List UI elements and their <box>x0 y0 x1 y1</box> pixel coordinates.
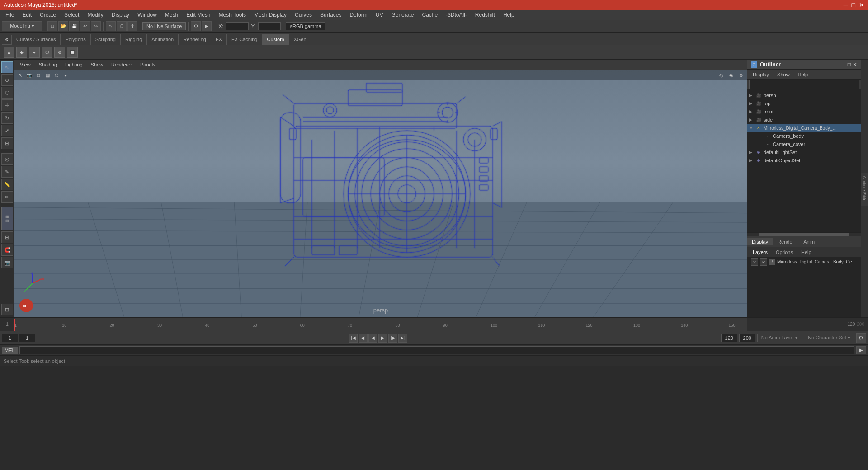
out-menu-show[interactable]: Show <box>774 71 793 78</box>
menu-curves[interactable]: Curves <box>291 11 316 19</box>
universal-tool[interactable]: ⊞ <box>1 137 13 149</box>
maximize-button[interactable]: □ <box>852 1 855 9</box>
menu-create[interactable]: Create <box>36 11 60 19</box>
vp-shaded-btn[interactable]: ● <box>61 71 70 79</box>
vp-resolution-btn[interactable]: ⊕ <box>737 71 745 79</box>
window-controls[interactable]: ─ □ ✕ <box>844 1 864 9</box>
shelf-tab-rigging[interactable]: Rigging <box>121 34 147 45</box>
snap-tool[interactable]: 🧲 <box>1 244 13 256</box>
menu-edit[interactable]: Edit <box>19 11 35 19</box>
shelf-tab-polygons[interactable]: Polygons <box>61 34 90 45</box>
shelf-tab-fx-caching[interactable]: FX Caching <box>227 34 262 45</box>
expand-persp[interactable]: ▶ <box>749 93 755 98</box>
vp-xray-btn[interactable]: ◎ <box>717 71 725 79</box>
menu-mesh[interactable]: Mesh <box>161 11 182 19</box>
quick-layout[interactable]: ⊞ <box>1 304 13 315</box>
shelf-tab-sculpting[interactable]: Sculpting <box>91 34 121 45</box>
save-btn[interactable]: 💾 <box>69 21 79 31</box>
menu-mesh-display[interactable]: Mesh Display <box>250 11 290 19</box>
vp-menu-shading[interactable]: Shading <box>35 61 61 68</box>
menu-select[interactable]: Select <box>61 11 83 19</box>
select-tool-btn[interactable]: ↖ <box>106 21 116 31</box>
outliner-close[interactable]: ✕ <box>853 61 857 68</box>
tree-item-default-light-set[interactable]: ▶ ⊕ defaultLightSet <box>747 148 861 156</box>
vp-toggle2[interactable]: ▦ <box>43 71 52 79</box>
paint-select-tool[interactable]: ⊕ <box>1 74 13 86</box>
menu-3dto-all[interactable]: -3DtoAll- <box>442 11 471 19</box>
close-button[interactable]: ✕ <box>859 1 864 9</box>
current-frame-input[interactable]: 1 <box>19 334 35 342</box>
tree-item-persp[interactable]: ▶ 🎥 persp <box>747 91 861 99</box>
shelf-tab-fx[interactable]: FX <box>211 34 227 45</box>
vp-menu-view[interactable]: View <box>16 61 34 68</box>
coord-x-input[interactable]: 0.00 <box>226 22 249 30</box>
scale-tool[interactable]: ⤢ <box>1 125 13 136</box>
mel-input[interactable] <box>19 346 854 354</box>
expand-top[interactable]: ▶ <box>749 101 755 106</box>
attr-tab-label[interactable]: Attribute Editor <box>861 173 868 206</box>
vp-menu-panels[interactable]: Panels <box>137 61 159 68</box>
character-set-selector[interactable]: No Character Set ▾ <box>804 334 854 342</box>
layer-row-mirrorless[interactable]: V P / Mirrorless_Digital_Camera_Body_Gen… <box>747 257 861 267</box>
redo-btn[interactable]: ↪ <box>91 21 101 31</box>
shelf-tab-rendering[interactable]: Rendering <box>179 34 211 45</box>
timeline-track[interactable]: 1 10 20 30 40 50 60 70 80 90 100 110 120… <box>14 318 747 331</box>
layer-playback[interactable]: P <box>760 258 767 266</box>
minimize-button[interactable]: ─ <box>844 1 848 9</box>
anim-layer-selector[interactable]: No Anim Layer ▾ <box>757 334 802 342</box>
channel-tab-display[interactable]: Display <box>747 238 773 245</box>
vp-isolate-btn[interactable]: ◉ <box>727 71 735 79</box>
new-scene-btn[interactable]: □ <box>47 21 57 31</box>
live-surface-button[interactable]: No Live Surface <box>142 22 186 30</box>
channel-sub-layers[interactable]: Layers <box>749 249 771 256</box>
shelf-tab-xgen[interactable]: XGen <box>289 34 311 45</box>
shelf-tab-curves-surfaces[interactable]: Curves / Surfaces <box>12 34 61 45</box>
shelf-icon-6[interactable]: 🔲 <box>67 47 78 58</box>
out-menu-display[interactable]: Display <box>749 71 773 78</box>
layer-edit-icon[interactable]: / <box>769 259 775 265</box>
vp-menu-renderer[interactable]: Renderer <box>108 61 136 68</box>
shelf-icon-2[interactable]: ◆ <box>16 47 27 58</box>
menu-surfaces[interactable]: Surfaces <box>316 11 345 19</box>
play-forward-btn[interactable]: ▶ <box>378 334 387 343</box>
playback-settings-btn[interactable]: ⚙ <box>856 333 866 343</box>
expand-object-set[interactable]: ▶ <box>749 158 755 163</box>
grid-toggle[interactable]: ⊞ <box>1 231 13 243</box>
outliner-maximize[interactable]: □ <box>848 61 851 68</box>
tree-item-camera-cover[interactable]: ◦ Camera_cover <box>747 140 861 148</box>
render-settings-btn[interactable]: ⚙ <box>191 21 201 31</box>
vp-menu-show[interactable]: Show <box>87 61 107 68</box>
channel-sub-help[interactable]: Help <box>797 249 815 256</box>
outliner-scrollbar[interactable] <box>747 232 861 236</box>
channel-sub-options[interactable]: Options <box>772 249 797 256</box>
out-menu-help[interactable]: Help <box>794 71 812 78</box>
lasso-tool[interactable]: ⬡ <box>1 87 13 99</box>
shelf-tab-animation[interactable]: Animation <box>147 34 179 45</box>
vp-menu-lighting[interactable]: Lighting <box>61 61 86 68</box>
end-frame-input[interactable]: 120 <box>721 334 737 342</box>
menu-uv[interactable]: UV <box>372 11 387 19</box>
shelf-icon-4[interactable]: ⬡ <box>42 47 52 58</box>
move-btn[interactable]: ✛ <box>127 21 137 31</box>
menu-window[interactable]: Window <box>134 11 160 19</box>
shelf-icon-1[interactable]: ▲ <box>4 47 14 58</box>
layer-visibility[interactable]: V <box>751 258 758 266</box>
menu-help[interactable]: Help <box>500 11 518 19</box>
tree-item-side[interactable]: ▶ 🎥 side <box>747 116 861 124</box>
3d-viewport[interactable]: View Shading Lighting Show Renderer Pane… <box>14 60 747 317</box>
menu-redshift[interactable]: Redshift <box>472 11 499 19</box>
tree-item-mirrorless[interactable]: ▼ ✕ Mirrorless_Digital_Camera_Body_Gener… <box>747 124 861 132</box>
coord-y-input[interactable]: 1.00 <box>258 22 281 30</box>
color-management[interactable]: sRGB gamma <box>286 22 325 30</box>
expand-side[interactable]: ▶ <box>749 118 755 122</box>
tree-item-default-object-set[interactable]: ▶ ⊕ defaultObjectSet <box>747 156 861 164</box>
shelf-icon-3[interactable]: ● <box>29 47 40 58</box>
open-btn[interactable]: 📂 <box>58 21 68 31</box>
lasso-btn[interactable]: ⬡ <box>117 21 127 31</box>
vp-toggle1[interactable]: □ <box>34 71 42 79</box>
end-frame-total-input[interactable] <box>739 334 755 342</box>
mel-run-btn[interactable]: ▶ <box>856 346 866 354</box>
tree-item-camera-body[interactable]: ◦ Camera_body <box>747 132 861 140</box>
menu-file[interactable]: File <box>2 11 18 19</box>
select-tool[interactable]: ↖ <box>1 61 13 73</box>
